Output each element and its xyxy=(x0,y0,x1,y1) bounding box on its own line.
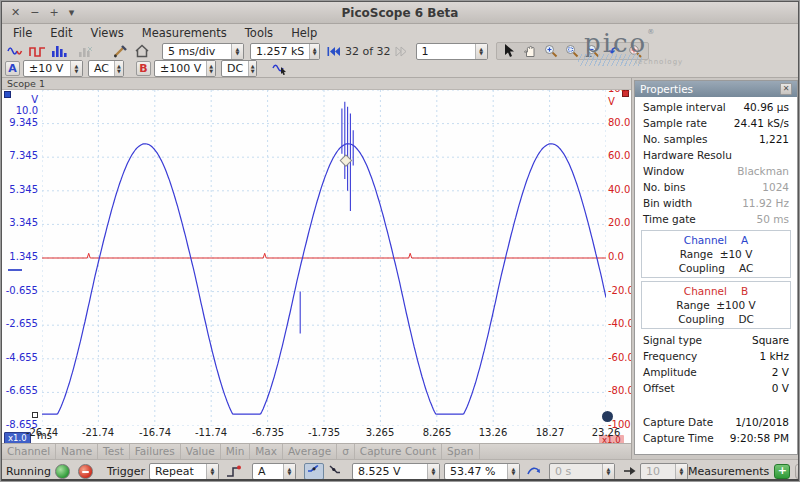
channel-a-offset-marker[interactable] xyxy=(8,269,22,271)
measure-column[interactable]: Channel xyxy=(2,444,56,459)
measure-column[interactable]: Capture Count xyxy=(355,444,442,459)
prop-label: Sample interval xyxy=(643,99,726,115)
axis-tick-label: -80.0 xyxy=(608,385,631,396)
measure-column[interactable]: σ xyxy=(337,444,355,459)
main-toolbar: 5 ms/div ▲▼ 1.257 kS ▲▼ 32 of 32 1 ▲▼ xyxy=(2,42,798,60)
spinner-arrows-icon[interactable]: ▲▼ xyxy=(114,61,123,76)
axis-tick-label: -6.655 xyxy=(2,385,38,396)
stop-capture-button[interactable] xyxy=(78,464,93,479)
spinner-arrows-icon[interactable]: ▲▼ xyxy=(248,61,256,76)
scope-view-icon[interactable] xyxy=(6,43,27,59)
spinner-arrows-icon[interactable]: ▲▼ xyxy=(206,61,215,76)
menu-edit[interactable]: Edit xyxy=(41,25,81,41)
scope-tab[interactable]: Scope 1 xyxy=(2,78,631,90)
window-title: PicoScope 6 Beta xyxy=(2,6,798,20)
prop-value: 9:20:58 PM xyxy=(730,430,789,446)
channel-a-coupling-select[interactable]: AC ▲▼ xyxy=(88,60,124,77)
probe-setup-icon[interactable] xyxy=(110,43,131,59)
zoom-in-tool-icon[interactable] xyxy=(541,43,562,59)
menu-measurements[interactable]: Measurements xyxy=(133,25,236,41)
post-trigger-delay-icon[interactable] xyxy=(524,463,545,479)
left-axis-top-tick: 10.0 xyxy=(2,105,38,116)
trigger-delay-input: 0 s ▲▼ xyxy=(549,463,615,480)
trigger-level-input[interactable]: 8.525 V ▲▼ xyxy=(352,463,440,480)
channel-a-range-select[interactable]: ±10 V ▲▼ xyxy=(23,60,83,77)
samples-select[interactable]: 1.257 kS ▲▼ xyxy=(250,43,320,60)
next-buffer-icon[interactable] xyxy=(394,43,410,59)
axis-scale-handle[interactable] xyxy=(32,412,38,418)
prop-value: 1 kHz xyxy=(759,348,789,364)
prop-value: 50 ms xyxy=(757,211,789,227)
signal-generator-icon[interactable] xyxy=(27,43,48,59)
measure-column[interactable]: Min xyxy=(221,444,251,459)
measure-column[interactable]: Value xyxy=(181,444,221,459)
measurements-table-header: Channel Name Test Failures Value Min Max… xyxy=(2,443,631,459)
menu-help[interactable]: Help xyxy=(282,25,326,41)
falling-edge-button[interactable] xyxy=(324,463,344,480)
coupling-value: DC xyxy=(738,313,753,325)
views-count-select[interactable]: 1 ▲▼ xyxy=(416,43,488,60)
channel-b-coupling-select[interactable]: DC ▲▼ xyxy=(221,60,257,77)
pointer-tool-icon[interactable] xyxy=(499,43,520,59)
close-properties-icon[interactable]: ✕ xyxy=(780,83,792,95)
channel-a-coupling-value: AC xyxy=(89,61,114,76)
menu-file[interactable]: File xyxy=(4,25,41,41)
advanced-trigger-icon[interactable] xyxy=(223,463,244,479)
axis-tick-label: -11.74 xyxy=(186,427,236,438)
axis-tick-label: 20.0 xyxy=(608,217,630,228)
spinner-arrows-icon[interactable]: ▲▼ xyxy=(283,464,295,479)
channel-b-box-id: B xyxy=(741,285,748,297)
menu-views[interactable]: Views xyxy=(82,25,133,41)
measure-column[interactable]: Average xyxy=(283,444,337,459)
spectrum-view-icon[interactable] xyxy=(48,43,69,59)
measure-column[interactable]: Name xyxy=(56,444,98,459)
persistence-view-icon[interactable] xyxy=(75,43,96,59)
channel-b-range-select[interactable]: ±100 V ▲▼ xyxy=(154,60,216,77)
axis-tick-label: 23.26 xyxy=(581,427,631,438)
spinner-arrows-icon[interactable]: ▲▼ xyxy=(70,61,82,76)
spinner-arrows-icon[interactable]: ▲▼ xyxy=(231,44,243,59)
spinner-arrows-icon[interactable]: ▲▼ xyxy=(309,44,319,59)
channel-a-chip[interactable]: A xyxy=(5,61,20,76)
trigger-mode-select[interactable]: Repeat ▲▼ xyxy=(149,463,219,480)
spinner-arrows-icon[interactable]: ▲▼ xyxy=(475,44,487,59)
remove-measurement-button xyxy=(795,464,799,479)
measure-column[interactable]: Span xyxy=(442,444,479,459)
add-measurement-button[interactable]: + xyxy=(774,464,790,479)
prop-label: Amplitude xyxy=(643,364,697,380)
range-value: ±100 V xyxy=(716,299,755,311)
properties-header[interactable]: Properties ✕ xyxy=(635,81,797,97)
previous-buffer-icon[interactable] xyxy=(326,43,342,59)
scope-plot-area[interactable]: x1.0 ms x1.0 V10.09.3457.3455.3453.3451.… xyxy=(2,90,631,443)
views-count-value: 1 xyxy=(417,44,475,59)
measure-column[interactable]: Failures xyxy=(130,444,181,459)
menu-tools[interactable]: Tools xyxy=(236,25,282,41)
app-window: ✕ − + ▾ PicoScope 6 Beta File Edit Views… xyxy=(1,1,799,481)
properties-title: Properties xyxy=(640,83,693,95)
axis-tick-label: 18.27 xyxy=(525,427,575,438)
pre-trigger-input[interactable]: 53.47 % ▲▼ xyxy=(444,463,520,480)
scope-waveform-plot[interactable] xyxy=(42,90,606,426)
buffer-index-label: 32 of 32 xyxy=(345,45,391,58)
measure-column[interactable]: Test xyxy=(98,444,130,459)
range-value: ±10 V xyxy=(720,248,753,260)
home-settings-icon[interactable] xyxy=(131,43,152,59)
buffer-navigation: 32 of 32 xyxy=(326,43,410,59)
start-capture-button[interactable] xyxy=(55,464,70,479)
channel-b-chip[interactable]: B xyxy=(136,61,151,76)
axis-tick-label: -60.0 xyxy=(608,352,631,363)
hand-tool-icon[interactable] xyxy=(520,43,541,59)
trigger-source-select[interactable]: A ▲▼ xyxy=(252,463,296,480)
spinner-arrows-icon[interactable]: ▲▼ xyxy=(507,464,519,479)
axis-tick-label: -26.74 xyxy=(17,427,67,438)
rapid-capture-icon[interactable] xyxy=(619,463,640,479)
rising-edge-button[interactable] xyxy=(304,463,324,480)
pico-logo-subtext: Technology xyxy=(634,58,683,66)
spinner-arrows-icon[interactable]: ▲▼ xyxy=(206,464,218,479)
spinner-arrows-icon[interactable]: ▲▼ xyxy=(427,464,439,479)
timebase-select[interactable]: 5 ms/div ▲▼ xyxy=(162,43,244,60)
coupling-value: AC xyxy=(739,262,753,274)
channel-options-icon[interactable] xyxy=(269,61,290,77)
trigger-mode-value: Repeat xyxy=(150,464,206,479)
measure-column[interactable]: Max xyxy=(250,444,283,459)
